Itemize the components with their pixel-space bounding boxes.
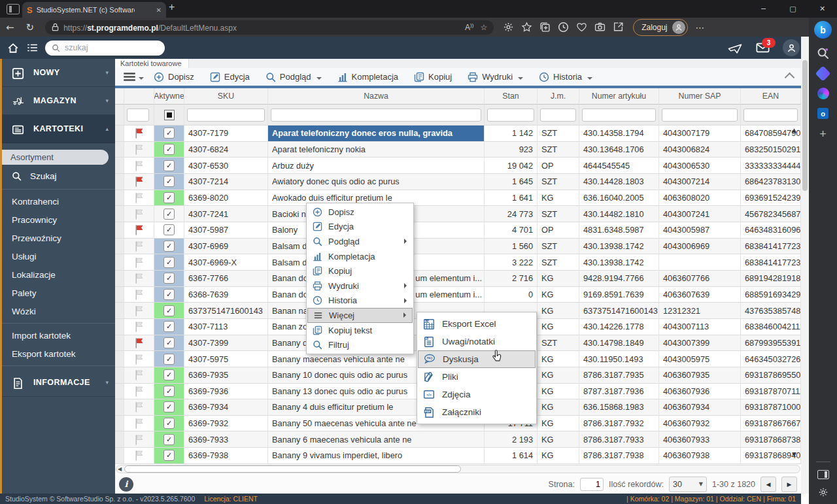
filter-input-sap[interactable] xyxy=(662,109,738,122)
sku-cell[interactable]: 6369-8020 xyxy=(184,190,268,207)
sap-cell[interactable]: 4043005987 xyxy=(659,222,741,239)
context-menu-item-kompletacja[interactable]: Kompletacja xyxy=(307,249,413,264)
art-cell[interactable]: 430.14798.1849 xyxy=(579,335,659,352)
art-cell[interactable]: 430.14482.1810 xyxy=(579,206,659,222)
flag-cell[interactable] xyxy=(124,384,154,400)
sku-cell[interactable]: 6373751471600143 xyxy=(184,303,268,319)
ean-cell[interactable]: 3333333344444 xyxy=(741,158,801,174)
stan-cell[interactable]: 2 716 xyxy=(485,271,538,287)
sidebar-section-magazyn[interactable]: MAGAZYN ▾ xyxy=(2,87,115,115)
column-header-jm[interactable]: J.m. xyxy=(538,88,579,105)
art-cell[interactable]: 430.13648.1706 xyxy=(579,142,659,158)
art-cell[interactable]: 9428.9194.7766 xyxy=(579,271,659,287)
jm-cell[interactable]: KG xyxy=(538,384,579,400)
address-bar[interactable]: https://st.programdemo.pl/DefaultLeftMen… xyxy=(45,20,494,35)
column-header-sap[interactable]: Numer SAP xyxy=(659,88,741,105)
browser-menu-icon[interactable]: ⋯ xyxy=(696,22,706,33)
sidebar-section-nowy[interactable]: NOWY ▾ xyxy=(2,59,115,87)
sidebar-item-us-ugi[interactable]: Usługi xyxy=(2,247,115,265)
sap-cell[interactable]: 12312321 xyxy=(659,303,741,319)
info-icon[interactable]: i xyxy=(119,477,133,492)
home-icon[interactable] xyxy=(7,42,19,54)
sidebar-item-import-kartotek[interactable]: Import kartotek xyxy=(2,326,115,344)
active-filter-checkbox[interactable] xyxy=(164,110,175,120)
sidebar-item-pracownicy[interactable]: Pracownicy xyxy=(2,210,115,229)
ean-cell[interactable]: 6832501502911 xyxy=(741,142,801,158)
art-cell[interactable]: 8786.3187.7935 xyxy=(579,367,659,384)
sap-cell[interactable]: 4063607933 xyxy=(659,431,741,448)
sidebar-item-asortyment[interactable]: Asortyment xyxy=(2,150,109,165)
scrollbar-thumb[interactable] xyxy=(124,465,461,473)
sidebar-item-palety[interactable]: Palety xyxy=(2,284,115,302)
filter-input-ean[interactable] xyxy=(743,109,798,122)
art-cell[interactable]: 4831.6348.5987 xyxy=(579,222,659,239)
flag-cell[interactable] xyxy=(124,206,154,222)
flag-cell[interactable] xyxy=(124,335,154,352)
art-cell[interactable]: 430.14226.1778 xyxy=(579,319,659,335)
sap-cell[interactable]: 4043006530 xyxy=(659,158,741,174)
mail-icon[interactable]: 3 xyxy=(756,42,770,53)
flag-filter-input[interactable] xyxy=(127,109,149,122)
jm-cell[interactable]: KG xyxy=(538,287,579,303)
bing-discover-icon[interactable]: b xyxy=(814,21,832,39)
context-menu-item-edycja[interactable]: Edycja xyxy=(307,220,413,235)
sap-cell[interactable]: 4043007179 xyxy=(659,126,741,142)
toolbar-collapse-icon[interactable] xyxy=(785,73,795,83)
ean-cell[interactable]: 4567823456876 xyxy=(741,206,801,222)
flag-cell[interactable] xyxy=(124,416,154,432)
jm-cell[interactable]: KG xyxy=(538,416,579,432)
jm-cell[interactable]: SZT xyxy=(538,174,579,190)
jm-cell[interactable]: SZT xyxy=(538,126,579,142)
submenu-item-eksport-excel[interactable]: XLSEksport Excel xyxy=(417,315,536,333)
jm-cell[interactable]: KG xyxy=(538,351,579,367)
sku-cell[interactable]: 4307-7399 xyxy=(184,335,268,352)
flag-cell[interactable] xyxy=(124,367,154,384)
column-header-ean[interactable]: EAN xyxy=(741,88,801,105)
sku-cell[interactable]: 6368-7639 xyxy=(184,287,268,303)
sku-cell[interactable]: 4307-6824 xyxy=(184,142,268,158)
global-search-input[interactable]: szukaj xyxy=(45,41,165,56)
scrollbar-thumb[interactable] xyxy=(802,60,808,191)
sap-cell[interactable]: 4063608020 xyxy=(659,190,741,207)
stan-cell[interactable]: 3 222 xyxy=(485,254,538,271)
sidebar-item-lokalizacje[interactable]: Lokalizacje xyxy=(2,265,115,284)
stan-cell[interactable]: 1 614 xyxy=(485,448,538,464)
sidebar-search-icon[interactable] xyxy=(817,47,829,59)
submenu-item-pliki[interactable]: Pliki xyxy=(417,368,536,386)
sku-cell[interactable]: 4307-5975 xyxy=(184,351,268,367)
sap-cell[interactable]: 4043007241 xyxy=(659,206,741,222)
ean-cell[interactable]: 6936915242394 xyxy=(741,190,801,207)
jm-cell[interactable]: SZT xyxy=(538,142,579,158)
flag-cell[interactable] xyxy=(124,254,154,271)
sidebar-item-przewo-nicy[interactable]: Przewoźnicy xyxy=(2,229,115,247)
flag-cell[interactable] xyxy=(124,190,154,207)
art-cell[interactable]: 4644545545 xyxy=(579,158,659,174)
context-menu-item-wydruki[interactable]: Wydruki xyxy=(307,278,413,294)
sap-cell[interactable]: 4043007399 xyxy=(659,335,741,352)
jm-cell[interactable]: KG xyxy=(538,271,579,287)
caret-down-icon[interactable] xyxy=(139,77,144,82)
scroll-up-icon[interactable]: ▲ xyxy=(792,127,796,133)
toolbar-button-podgl-d[interactable]: Podgląd xyxy=(260,69,328,85)
sap-cell[interactable]: 4043006969 xyxy=(659,239,741,255)
sku-cell[interactable]: 6369-7933 xyxy=(184,431,268,448)
jm-cell[interactable]: KG xyxy=(538,431,579,448)
jm-cell[interactable]: KG xyxy=(538,448,579,464)
name-cell[interactable]: Awiatory donec quis odio ac purus xyxy=(268,174,485,190)
column-header-stan[interactable]: Stan xyxy=(485,88,538,105)
ean-cell[interactable]: 6931878710002 xyxy=(741,399,801,416)
sap-cell[interactable]: 4063607932 xyxy=(659,416,741,432)
context-menu-item-kopiuj-tekst[interactable]: Kopiuj tekst xyxy=(307,323,413,338)
art-cell[interactable]: 8786.3187.7932 xyxy=(579,416,659,432)
sidebar-item-kontrahenci[interactable]: Kontrahenci xyxy=(2,192,115,210)
row-checkbox[interactable]: ✓ xyxy=(163,418,175,429)
toolbar-button-kopiuj[interactable]: Kopiuj xyxy=(408,69,458,85)
column-header-name[interactable]: Nazwa xyxy=(268,88,485,105)
art-cell[interactable]: 636.15868.1983 xyxy=(579,399,659,416)
toolbar-button-edycja[interactable]: Edycja xyxy=(204,69,256,85)
column-header-cb[interactable]: Aktywne xyxy=(154,88,184,105)
jm-cell[interactable]: OP xyxy=(538,222,579,239)
column-header-gutter[interactable] xyxy=(115,88,124,105)
sidebar-item-w-zki[interactable]: Wózki xyxy=(2,302,115,320)
row-checkbox[interactable]: ✓ xyxy=(163,305,175,316)
